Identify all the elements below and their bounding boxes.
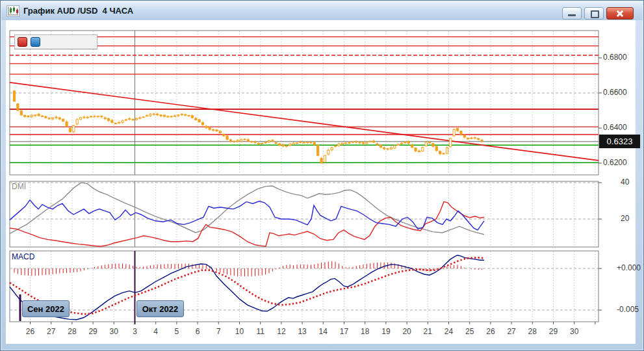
indicator-legend xyxy=(14,34,97,49)
screenshot-root: { "window": { "title": "График AUD /USD … xyxy=(0,0,644,351)
chart-window: График AUD /USD 4 ЧАСА DMI MACD 0.6323 С… xyxy=(0,0,644,351)
chart-canvas[interactable] xyxy=(1,1,644,351)
legend-red-button[interactable] xyxy=(18,37,27,47)
legend-blue-button[interactable] xyxy=(31,37,40,47)
